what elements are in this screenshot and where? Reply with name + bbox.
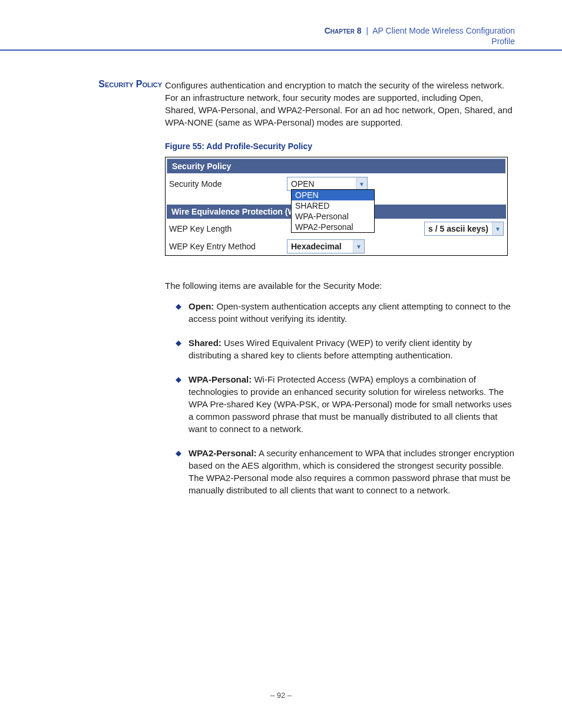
header-divider: | xyxy=(366,26,368,35)
security-mode-list: Open: Open-system authentication accepts… xyxy=(165,300,515,496)
chapter-label: Chapter 8 xyxy=(325,26,362,35)
dropdown-option-open[interactable]: OPEN xyxy=(292,190,374,200)
chevron-down-icon: ▼ xyxy=(492,222,503,235)
chevron-down-icon: ▼ xyxy=(356,177,367,190)
list-item: WPA2-Personal: A security enhancement to… xyxy=(176,447,515,496)
row-wep-entry-method: WEP Key Entry Method Hexadecimal ▼ xyxy=(166,238,507,255)
term-wpa2: WPA2-Personal: xyxy=(189,448,257,458)
figure-caption: Figure 55: Add Profile-Security Policy xyxy=(165,141,515,151)
wep-entry-method-dropdown[interactable]: Hexadecimal ▼ xyxy=(287,239,365,253)
term-wpa: WPA-Personal: xyxy=(189,374,252,384)
wep-entry-method-label: WEP Key Entry Method xyxy=(169,242,287,251)
after-figure-intro: The following items are available for th… xyxy=(165,279,515,292)
list-item: Open: Open-system authentication accepts… xyxy=(176,300,515,325)
desc-open: Open-system authentication accepts any c… xyxy=(189,301,511,324)
security-mode-label: Security Mode xyxy=(169,179,287,189)
dropdown-value: Hexadecimal xyxy=(287,241,353,252)
desc-shared: Uses Wired Equivalent Privacy (WEP) to v… xyxy=(189,338,472,360)
wep-key-length-dropdown[interactable]: s / 5 ascii keys) ▼ xyxy=(424,222,504,236)
dropdown-option-wpa[interactable]: WPA-Personal xyxy=(292,211,374,222)
dropdown-value: OPEN xyxy=(287,178,356,190)
term-open: Open: xyxy=(189,301,214,311)
dropdown-option-wpa2[interactable]: WPA2-Personal xyxy=(292,222,374,232)
page-header: Chapter 8 | AP Client Mode Wireless Conf… xyxy=(0,0,562,51)
list-item: WPA-Personal: Wi-Fi Protected Access (WP… xyxy=(176,373,515,435)
security-mode-dropdown-list: OPEN SHARED WPA-Personal WPA2-Personal xyxy=(291,189,375,233)
intro-paragraph: Configures authentication and encryption… xyxy=(165,79,515,129)
figure-security-policy: Security Policy Security Mode OPEN ▼ OPE… xyxy=(165,157,508,256)
row-security-mode: Security Mode OPEN ▼ OPEN SHARED WPA-Per… xyxy=(166,175,507,193)
header-line-1: Chapter 8 | AP Client Mode Wireless Conf… xyxy=(0,26,515,35)
list-item: Shared: Uses Wired Equivalent Privacy (W… xyxy=(176,337,515,361)
section-heading: Security Policy xyxy=(71,79,162,90)
chapter-title: AP Client Mode Wireless Configuration xyxy=(372,26,515,35)
page-number: – 92 – xyxy=(0,691,562,700)
dropdown-partial-value: s / 5 ascii keys) xyxy=(425,223,492,235)
term-shared: Shared: xyxy=(189,338,222,348)
header-subtitle: Profile xyxy=(0,37,515,46)
dropdown-option-shared[interactable]: SHARED xyxy=(292,200,374,211)
wep-key-length-label: WEP Key Length xyxy=(169,224,287,233)
figure-title-bar: Security Policy xyxy=(167,159,506,174)
chevron-down-icon: ▼ xyxy=(353,240,364,253)
